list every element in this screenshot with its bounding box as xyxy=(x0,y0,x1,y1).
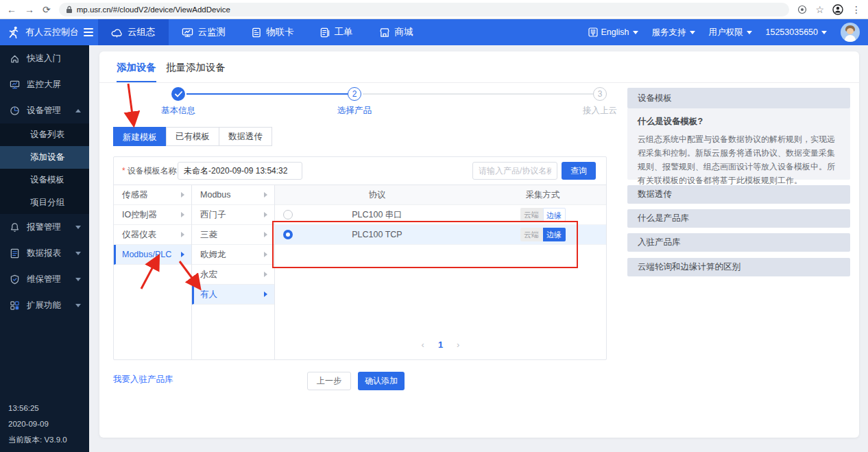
faq-device-template-content: 什么是设备模板? 云组态系统中配置与设备数据协议的解析规则，实现远程采集和控制。… xyxy=(627,108,850,180)
sim-card-icon xyxy=(252,27,261,38)
chevron-down-icon xyxy=(633,31,638,34)
confirm-add-button[interactable]: 确认添加 xyxy=(358,372,405,390)
step-2-select-product: 2 xyxy=(348,87,361,101)
account-dropdown[interactable]: 15253035650 xyxy=(766,27,827,37)
clock-time: 13:56:25 xyxy=(8,401,67,416)
brand-omron[interactable]: 欧姆龙 xyxy=(192,245,274,265)
forward-icon[interactable]: → xyxy=(25,5,34,14)
tab-new-template[interactable]: 新建模板 xyxy=(113,127,167,146)
sidebar-item-data-report[interactable]: 数据报表 xyxy=(0,240,89,266)
category-modbus-plc[interactable]: Modbus/PLC xyxy=(114,245,191,265)
pagination-prev[interactable]: ‹ xyxy=(422,340,424,350)
mode-edge-button[interactable]: 边缘 xyxy=(543,208,566,222)
step-label-basic-info: 基本信息 xyxy=(151,105,206,117)
faq-device-template[interactable]: 设备模板 xyxy=(627,88,850,108)
step-1-basic-info xyxy=(171,87,185,101)
brand-fatek[interactable]: 永宏 xyxy=(192,265,274,285)
nav-item-cloud-scada[interactable]: 云组态 xyxy=(98,19,169,45)
faq-join-product-library[interactable]: 入驻产品库 xyxy=(627,233,850,252)
previous-step-button[interactable]: 上一步 xyxy=(307,372,351,390)
category-instrument[interactable]: 仪器仪表 xyxy=(114,225,191,245)
sidebar-footer: 13:56:25 2020-09-09 当前版本: V3.9.0 xyxy=(8,401,67,448)
sidebar-item-project-group[interactable]: 项目分组 xyxy=(0,191,89,214)
tab-add-device[interactable]: 添加设备 xyxy=(117,61,156,74)
tab-data-passthrough[interactable]: 数据透传 xyxy=(219,127,272,146)
pagination-next[interactable]: › xyxy=(457,340,459,350)
required-mark: * xyxy=(122,166,125,176)
search-input[interactable] xyxy=(472,162,557,180)
mode-edge-button-selected[interactable]: 边缘 xyxy=(543,228,566,241)
radio-checked[interactable] xyxy=(283,230,293,239)
chevron-down-icon xyxy=(690,31,695,34)
step-label-connect-cloud: 接入上云 xyxy=(572,105,627,117)
brand-siemens[interactable]: 西门子 xyxy=(192,205,274,225)
browser-chrome: ← → ⟳ mp.usr.cn/#/cloudV2/device/ViewAdd… xyxy=(0,0,868,19)
nav-item-work-order[interactable]: 工单 xyxy=(307,19,366,45)
sidebar-item-quick-start[interactable]: 快速入门 xyxy=(0,45,89,71)
collapse-menu-icon[interactable] xyxy=(84,26,93,38)
language-dropdown[interactable]: English xyxy=(588,27,638,37)
nav-item-cloud-monitor[interactable]: 云监测 xyxy=(169,19,239,45)
clock-date: 2020-09-09 xyxy=(8,416,67,432)
sidebar-item-maintenance[interactable]: 维保管理 xyxy=(0,266,89,292)
pagination-page-1[interactable]: 1 xyxy=(438,340,443,350)
faq-what-is-product-library[interactable]: 什么是产品库 xyxy=(627,209,850,228)
divider xyxy=(99,82,859,83)
url-bar[interactable]: mp.usr.cn/#/cloudV2/device/ViewAddDevice xyxy=(59,3,790,16)
back-icon[interactable]: ← xyxy=(7,5,16,14)
faq-question: 什么是设备模板? xyxy=(638,116,840,128)
protocol-row-plc100-tcp[interactable]: PLC100 TCP 云端 边缘 xyxy=(275,225,606,245)
sidebar-item-monitor-screen[interactable]: 监控大屏 xyxy=(0,71,89,97)
nav-item-iot-card[interactable]: 物联卡 xyxy=(239,19,307,45)
browser-menu-icon[interactable]: ⋮ xyxy=(852,5,861,14)
brand-usr[interactable]: 有人 xyxy=(192,285,274,305)
home-icon xyxy=(10,53,20,64)
brand-mitsubishi[interactable]: 三菱 xyxy=(192,225,274,245)
bell-icon xyxy=(10,222,20,233)
nav-item-mall[interactable]: 商城 xyxy=(366,19,426,45)
brand-column: Modbus 西门子 三菱 欧姆龙 永宏 有人 xyxy=(192,185,275,359)
join-product-library-link[interactable]: 我要入驻产品库 xyxy=(113,374,173,385)
report-icon xyxy=(10,248,20,259)
mode-cloud-button[interactable]: 云端 xyxy=(520,208,543,222)
protocol-row-plc100-serial[interactable]: PLC100 串口 云端 边缘 xyxy=(275,205,606,225)
send-icon[interactable] xyxy=(797,5,807,14)
device-submenu: 设备列表 添加设备 设备模板 项目分组 xyxy=(0,123,89,214)
query-button[interactable]: 查询 xyxy=(562,162,596,180)
refresh-icon[interactable]: ⟳ xyxy=(43,5,51,14)
profile-icon[interactable] xyxy=(832,4,843,15)
expand-down-icon xyxy=(75,304,81,307)
bookmark-star-icon[interactable]: ☆ xyxy=(815,5,824,14)
sidebar-item-device-template[interactable]: 设备模板 xyxy=(0,169,89,191)
sidebar-item-extensions[interactable]: 扩展功能 xyxy=(0,292,89,318)
sidebar-item-alarm-management[interactable]: 报警管理 xyxy=(0,214,89,240)
brand-modbus[interactable]: Modbus xyxy=(192,185,274,205)
radio-unchecked[interactable] xyxy=(283,210,293,219)
tab-batch-add-device[interactable]: 批量添加设备 xyxy=(166,61,226,74)
protocol-header: 协议 xyxy=(275,185,479,204)
sidebar-item-device-management[interactable]: 设备管理 xyxy=(0,97,89,123)
monitor-icon xyxy=(182,27,193,38)
collect-mode-toggle: 云端 边缘 xyxy=(479,208,606,222)
expand-down-icon xyxy=(75,226,81,229)
faq-cloud-vs-edge[interactable]: 云端轮询和边缘计算的区别 xyxy=(627,258,850,276)
sidebar-item-add-device[interactable]: 添加设备 xyxy=(0,146,89,169)
avatar[interactable] xyxy=(841,23,860,42)
chevron-right-icon xyxy=(264,272,267,277)
pagination: ‹ 1 › xyxy=(275,340,606,350)
support-dropdown[interactable]: 服务支持 xyxy=(652,27,695,38)
collect-mode-toggle: 云端 边缘 xyxy=(479,228,606,241)
collect-mode-header: 采集方式 xyxy=(479,185,606,204)
faq-data-passthrough[interactable]: 数据透传 xyxy=(627,185,850,204)
url-text: mp.usr.cn/#/cloudV2/device/ViewAddDevice xyxy=(77,5,230,14)
category-io-controller[interactable]: IO控制器 xyxy=(114,205,191,225)
check-icon xyxy=(175,91,182,97)
template-name-input[interactable] xyxy=(178,162,302,180)
permission-dropdown[interactable]: 用户权限 xyxy=(709,27,752,38)
tab-existing-template[interactable]: 已有模板 xyxy=(166,127,219,146)
sidebar-item-device-list[interactable]: 设备列表 xyxy=(0,123,89,146)
expand-down-icon xyxy=(75,278,81,281)
mode-cloud-button[interactable]: 云端 xyxy=(520,228,543,241)
globe-icon xyxy=(588,27,598,37)
category-sensor[interactable]: 传感器 xyxy=(114,185,191,205)
